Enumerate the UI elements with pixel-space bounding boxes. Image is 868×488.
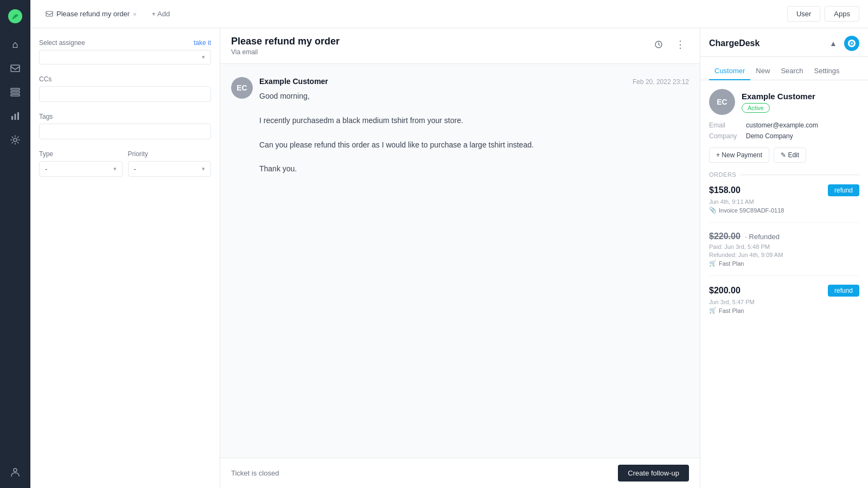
chargedesk-header: ChargeDesk ▲ bbox=[700, 28, 868, 57]
message-time: Feb 20, 2022 23:12 bbox=[633, 78, 689, 86]
chargedesk-tabs: Customer New Search Settings bbox=[709, 62, 859, 80]
company-row: Company Demo Company bbox=[709, 132, 859, 140]
tab-close-icon[interactable]: × bbox=[133, 11, 136, 17]
order-top: $220.00 · Refunded bbox=[709, 232, 859, 241]
customer-details: Email customer@example.com Company Demo … bbox=[709, 121, 859, 140]
home-icon[interactable]: ⌂ bbox=[5, 35, 25, 54]
message-row: EC Example Customer Feb 20, 2022 23:12 G… bbox=[231, 77, 689, 175]
svg-rect-1 bbox=[11, 65, 20, 72]
status-badge: Active bbox=[742, 103, 770, 113]
type-field: Type - ▾ bbox=[39, 150, 123, 177]
order-amount: $200.00 bbox=[709, 286, 741, 296]
type-chevron-icon: ▾ bbox=[113, 165, 117, 172]
order-paid-date: Paid: Jun 3rd, 5:48 PM bbox=[709, 243, 859, 250]
content-wrapper: Select assignee take it ▾ CCs Tags bbox=[30, 28, 868, 488]
order-top: $158.00 refund bbox=[709, 184, 859, 196]
customer-name-group: Example Customer Active bbox=[742, 92, 815, 113]
svg-rect-4 bbox=[11, 94, 20, 96]
edit-button[interactable]: ✎ Edit bbox=[774, 147, 806, 163]
history-icon[interactable] bbox=[650, 36, 667, 53]
sender-avatar: EC bbox=[231, 77, 253, 99]
user-button[interactable]: User bbox=[787, 6, 820, 22]
order-date: Jun 4th, 9:11 AM bbox=[709, 198, 859, 205]
type-select[interactable]: - ▾ bbox=[39, 161, 123, 177]
svg-rect-2 bbox=[11, 88, 20, 90]
orders-section-title: Orders bbox=[709, 171, 859, 178]
svg-point-9 bbox=[14, 468, 17, 472]
tab-new[interactable]: New bbox=[750, 62, 775, 80]
center-panel: Please refund my order Via email ⋮ bbox=[220, 28, 700, 488]
ccs-input[interactable] bbox=[39, 86, 211, 102]
order-amount-group: $220.00 · Refunded bbox=[709, 232, 780, 241]
ticket-body: EC Example Customer Feb 20, 2022 23:12 G… bbox=[220, 64, 700, 458]
svg-rect-6 bbox=[15, 114, 16, 120]
refunded-label: · Refunded bbox=[745, 233, 780, 241]
customer-name: Example Customer bbox=[742, 92, 815, 101]
settings-icon[interactable] bbox=[5, 130, 25, 150]
logo bbox=[5, 7, 25, 26]
order-plan: 🛒 Fast Plan bbox=[709, 260, 859, 267]
left-sidebar: ⌂ bbox=[0, 0, 30, 488]
type-label: Type bbox=[39, 150, 123, 158]
assignee-select[interactable]: ▾ bbox=[39, 50, 211, 65]
top-bar: Please refund my order × + Add User Apps bbox=[30, 0, 868, 28]
refund-button[interactable]: refund bbox=[828, 285, 859, 297]
message-content: Example Customer Feb 20, 2022 23:12 Good… bbox=[259, 77, 689, 175]
tab-settings[interactable]: Settings bbox=[809, 62, 845, 80]
more-options-icon[interactable]: ⋮ bbox=[672, 36, 689, 53]
refund-button[interactable]: refund bbox=[828, 184, 859, 196]
ticket-title: Please refund my order bbox=[231, 36, 340, 47]
order-item: $158.00 refund Jun 4th, 9:11 AM 📎 Invoic… bbox=[709, 184, 859, 223]
type-priority-row: Type - ▾ Priority - ▾ bbox=[39, 150, 211, 177]
email-label: Email bbox=[709, 121, 742, 129]
tags-field: Tags bbox=[39, 113, 211, 139]
chargedesk-panel: ChargeDesk ▲ Customer New Searc bbox=[700, 28, 868, 488]
customer-avatar: EC bbox=[709, 89, 735, 115]
order-plan: 🛒 Fast Plan bbox=[709, 307, 859, 314]
create-follow-up-button[interactable]: Create follow-up bbox=[618, 465, 689, 481]
customer-actions: + New Payment ✎ Edit bbox=[709, 147, 859, 163]
new-payment-button[interactable]: + New Payment bbox=[709, 147, 769, 163]
svg-point-12 bbox=[851, 42, 853, 44]
take-it-link[interactable]: take it bbox=[194, 39, 211, 47]
order-refunded-date: Refunded: Jun 4th, 9:09 AM bbox=[709, 252, 859, 258]
tab-search[interactable]: Search bbox=[775, 62, 808, 80]
user-icon[interactable] bbox=[5, 462, 25, 481]
add-tab-button[interactable]: + Add bbox=[148, 8, 175, 20]
svg-rect-3 bbox=[11, 92, 20, 93]
message-sender: Example Customer bbox=[259, 77, 328, 86]
chargedesk-body: EC Example Customer Active Email custome… bbox=[700, 80, 868, 488]
ticket-status: Ticket is closed bbox=[231, 469, 279, 477]
svg-rect-7 bbox=[17, 112, 19, 120]
customer-profile: EC Example Customer Active bbox=[709, 89, 859, 115]
ccs-label: CCs bbox=[39, 75, 211, 83]
tab-customer[interactable]: Customer bbox=[709, 62, 750, 80]
collapse-panel-button[interactable]: ▲ bbox=[826, 36, 841, 51]
priority-select[interactable]: - ▾ bbox=[128, 161, 212, 177]
database-icon[interactable] bbox=[5, 82, 25, 102]
svg-rect-10 bbox=[46, 11, 53, 16]
priority-chevron-icon: ▾ bbox=[202, 165, 205, 172]
ticket-subtitle: Via email bbox=[231, 48, 340, 56]
order-top: $200.00 refund bbox=[709, 285, 859, 297]
email-value: customer@example.com bbox=[746, 121, 818, 129]
priority-label: Priority bbox=[128, 150, 212, 158]
paperclip-icon: 📎 bbox=[709, 207, 717, 214]
chart-icon[interactable] bbox=[5, 106, 25, 126]
top-bar-right: User Apps bbox=[787, 6, 859, 22]
tags-input[interactable] bbox=[39, 124, 211, 139]
cart-icon: 🛒 bbox=[709, 307, 717, 314]
message-meta: Example Customer Feb 20, 2022 23:12 bbox=[259, 77, 689, 86]
active-tab[interactable]: Please refund my order × bbox=[39, 7, 143, 21]
company-label: Company bbox=[709, 132, 742, 140]
cart-icon: 🛒 bbox=[709, 260, 717, 267]
chargedesk-title: ChargeDesk bbox=[709, 38, 760, 48]
assignee-field: Select assignee take it ▾ bbox=[39, 39, 211, 65]
chargedesk-logo-icon bbox=[844, 36, 859, 51]
ticket-header-actions: ⋮ bbox=[650, 36, 689, 53]
ccs-field: CCs bbox=[39, 75, 211, 102]
order-amount: $158.00 bbox=[709, 185, 741, 195]
apps-button[interactable]: Apps bbox=[825, 6, 859, 22]
order-item: $220.00 · Refunded Paid: Jun 3rd, 5:48 P… bbox=[709, 232, 859, 276]
inbox-icon[interactable] bbox=[5, 59, 25, 78]
